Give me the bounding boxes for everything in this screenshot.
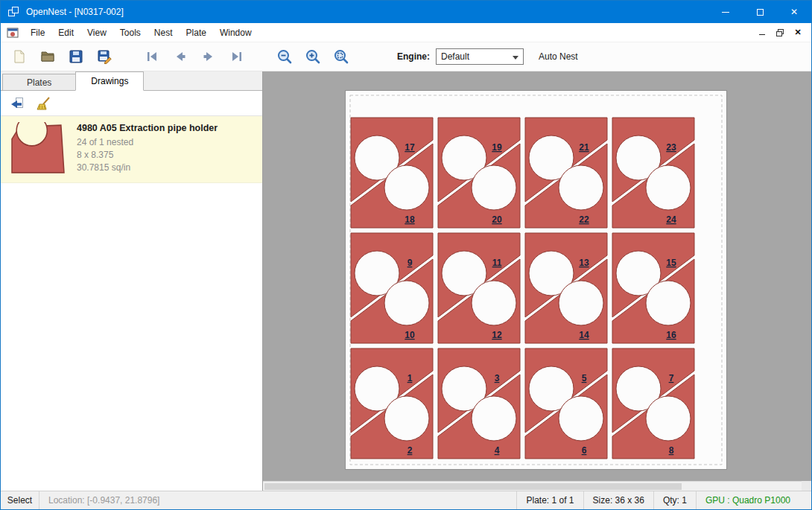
new-button[interactable] — [8, 45, 31, 68]
tab-plates[interactable]: Plates — [2, 74, 76, 90]
new-page-icon — [12, 49, 27, 64]
open-button[interactable] — [37, 45, 59, 68]
mdi-minimize-icon — [759, 34, 765, 35]
status-qty: Qty: 1 — [653, 491, 696, 509]
nest-pair: 1516 — [612, 233, 694, 343]
part-number-label: 13 — [579, 258, 589, 268]
horizontal-scrollbar-thumb[interactable] — [264, 483, 682, 490]
mdi-restore-icon — [775, 28, 784, 37]
maximize-icon — [757, 9, 764, 16]
status-gpu: GPU : Quadro P1000 — [696, 491, 799, 509]
tab-drawings[interactable]: Drawings — [75, 71, 144, 91]
nav-first-icon — [145, 49, 159, 64]
menu-plate[interactable]: Plate — [180, 25, 213, 41]
titlebar: OpenNest - [N0317-002] ✕ — [1, 1, 811, 23]
part-number-label: 1 — [407, 373, 413, 383]
part-number-label: 14 — [579, 330, 589, 340]
menu-file[interactable]: File — [24, 25, 51, 41]
nest-canvas[interactable]: 171819202122232491011121314151612345678 — [263, 71, 811, 491]
maximize-button[interactable] — [743, 1, 777, 23]
menubar: File Edit View Tools Nest Plate Window ✕ — [1, 23, 811, 42]
part-number-label: 19 — [492, 142, 502, 153]
window-title: OpenNest - [N0317-002] — [26, 7, 124, 17]
mdi-close-button[interactable]: ✕ — [789, 25, 807, 40]
minimize-button[interactable] — [708, 1, 743, 23]
nest-pair: 1718 — [351, 118, 433, 228]
part-number-label: 9 — [407, 258, 413, 268]
part-thumbnail-shape — [8, 122, 68, 176]
part-number-label: 21 — [579, 142, 589, 153]
save-button[interactable] — [65, 45, 87, 68]
engine-label: Engine: — [397, 51, 430, 62]
part-number-label: 4 — [495, 445, 500, 456]
status-mode: Select — [1, 491, 39, 509]
part-number-label: 7 — [669, 373, 674, 383]
nav-last-button[interactable] — [226, 45, 248, 68]
save-floppy-icon — [69, 49, 83, 64]
nest-pair: 1314 — [525, 233, 607, 343]
nest-pair: 78 — [612, 348, 694, 459]
status-location: Location: [-0.9437, 21.8796] — [39, 491, 168, 509]
blue-arrow-page-icon — [10, 96, 25, 111]
nav-next-button[interactable] — [197, 45, 220, 68]
part-number-label: 24 — [666, 214, 676, 225]
mdi-restore-button[interactable] — [771, 25, 789, 40]
nav-prev-button[interactable] — [169, 45, 191, 68]
toolbar: Engine: Default Auto Nest — [1, 42, 811, 71]
nav-next-icon — [201, 49, 216, 64]
part-hole — [472, 396, 516, 441]
status-size: Size: 36 x 36 — [583, 491, 653, 509]
part-hole — [646, 281, 691, 325]
nest-layout: 171819202122232491011121314151612345678 — [346, 91, 726, 469]
send-to-plate-button[interactable] — [8, 95, 26, 112]
close-icon: ✕ — [790, 7, 798, 17]
menu-edit[interactable]: Edit — [51, 25, 80, 41]
panel-tabstrip: Plates Drawings — [1, 71, 262, 91]
part-number-label: 8 — [669, 445, 674, 456]
open-folder-icon — [40, 49, 55, 64]
mdi-close-icon: ✕ — [794, 28, 801, 37]
part-thumbnail — [7, 121, 69, 176]
statusbar: Select Location: [-0.9437, 21.8796] Plat… — [1, 491, 811, 509]
plate-sheet[interactable]: 171819202122232491011121314151612345678 — [345, 90, 727, 470]
engine-selected-value: Default — [441, 51, 469, 62]
menu-window[interactable]: Window — [213, 25, 258, 41]
drawing-area: 30.7815 sq/in — [77, 162, 218, 174]
zoom-in-icon — [305, 48, 321, 65]
zoom-fit-button[interactable] — [330, 45, 352, 68]
menu-tools[interactable]: Tools — [113, 25, 148, 41]
drawing-list-item[interactable]: 4980 A05 Extraction pipe holder 24 of 1 … — [1, 116, 262, 183]
horizontal-scrollbar[interactable] — [263, 481, 811, 491]
close-button[interactable]: ✕ — [777, 1, 811, 23]
zoom-in-button[interactable] — [302, 45, 324, 68]
nest-pair: 34 — [438, 348, 520, 459]
part-number-label: 12 — [492, 330, 502, 340]
part-number-label: 10 — [405, 330, 415, 340]
nav-last-icon — [229, 49, 244, 64]
part-number-label: 20 — [492, 214, 502, 225]
part-number-label: 5 — [582, 373, 587, 383]
part-number-label: 2 — [407, 445, 413, 456]
menu-nest[interactable]: Nest — [148, 25, 180, 41]
scrollbar-corner — [802, 481, 811, 491]
menu-view[interactable]: View — [80, 25, 113, 41]
nest-pair: 2122 — [525, 118, 607, 228]
resize-grip[interactable] — [799, 491, 811, 509]
zoom-out-button[interactable] — [273, 45, 296, 68]
mdi-minimize-button[interactable] — [753, 25, 771, 40]
nest-pair: 1112 — [438, 233, 520, 343]
auto-nest-toggle[interactable]: Auto Nest — [539, 51, 578, 62]
part-hole — [384, 396, 429, 441]
nav-first-button[interactable] — [141, 45, 163, 68]
drawing-dimensions: 8 x 8.375 — [77, 149, 218, 162]
part-number-label: 6 — [582, 445, 587, 456]
part-number-label: 16 — [666, 330, 676, 340]
part-hole — [559, 281, 603, 325]
part-hole — [559, 165, 603, 210]
app-window: OpenNest - [N0317-002] ✕ File Edit View … — [0, 0, 812, 510]
drawings-list-empty-area — [1, 183, 262, 491]
clean-broom-button[interactable] — [35, 95, 53, 112]
document-icon — [7, 27, 19, 39]
save-as-button[interactable] — [93, 45, 115, 68]
engine-select[interactable]: Default — [436, 48, 524, 65]
